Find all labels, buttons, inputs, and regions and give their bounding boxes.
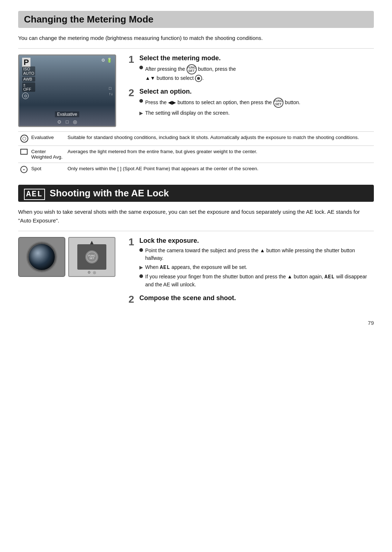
ae-step1: 1 Lock the exposure. Point the camera to… [128,237,374,290]
camera-lens-view [18,237,65,277]
options-table: Evaluative Suitable for standard shootin… [18,131,374,176]
section2-steps: 1 Lock the exposure. Point the camera to… [128,237,374,309]
hud-metering-icon: ⊙ [22,93,29,99]
step2-bullet2-text: The setting will display on the screen. [145,109,230,117]
ae-step1-heading: Lock the exposure. [139,237,374,245]
section1-title: Changing the Metering Mode [24,14,368,25]
spot-icon [20,166,28,173]
ae-step2: 2 Compose the scene and shoot. [128,294,374,304]
step2-bullet1: Press the ◀▶ buttons to select an option… [139,98,300,108]
bullet-circle-icon [139,66,143,69]
table-row-center: CenterWeighted Avg. Averages the light m… [18,146,374,163]
camera-screen-area: P ⚙ 🔋 ISOAUTO AWB ±OFF ⊙ □ [18,54,120,127]
cam-back-bottom-icons: ⚙ ◎ [87,270,96,274]
section2-header: AEL Shooting with the AE Lock [18,185,374,202]
evaluative-mode-icon [195,75,202,82]
center-label-cell: CenterWeighted Avg. [29,146,65,163]
table-row-spot: Spot Only meters within the [ ] (Spot AE… [18,163,374,176]
step1-bullet1: After pressing the FUNCSET button, press… [139,64,236,82]
step2-bullet1-text: Press the ◀▶ buttons to select an option… [145,98,300,108]
section2-intro: When you wish to take several shots with… [18,208,374,225]
ae-step1-bullet2-text: When AEL appears, the exposure will be s… [145,263,247,271]
hud-p-label: P [22,58,30,67]
camera-screen-inner: P ⚙ 🔋 ISOAUTO AWB ±OFF ⊙ □ [19,56,115,126]
ae-arrow-icon1: ▶ [139,264,143,271]
ae-step1-bullet1-text: Point the camera toward the subject and … [145,247,374,262]
ae-step1-content: Lock the exposure. Point the camera towa… [139,237,374,290]
step2-number: 2 [128,88,136,98]
hud-mode-icon: ↑↓ [109,91,113,96]
ae-step1-bullet2: ▶ When AEL appears, the exposure will be… [139,263,374,271]
ae-bullet-circle1 [139,248,143,252]
section1-content: P ⚙ 🔋 ISOAUTO AWB ±OFF ⊙ □ [18,54,374,127]
func-set-button-icon: FUNCSET [187,64,197,74]
hud-evaluative-label: Evaluative [55,111,79,117]
evaluative-icon [20,135,28,143]
spot-desc-cell: Only meters within the [ ] (Spot AE Poin… [65,163,374,176]
arrow-icon: ▶ [139,110,143,117]
ae-step1-bullets: Point the camera toward the subject and … [139,247,374,289]
bullet-circle-icon2 [139,99,143,103]
step2-bullet2: ▶ The setting will display on the screen… [139,109,300,117]
func-set-button-icon2: FUNCSET [273,98,283,108]
section1-header: Changing the Metering Mode [18,11,374,28]
section2-title: AEL Shooting with the AE Lock [24,188,368,199]
hud-settings-icon: ⚙ [101,58,105,63]
center-symbol-cell [18,146,29,163]
ae-bullet-circle2 [139,274,143,278]
lens-circle [27,242,56,271]
ae-step1-bullet3-text: If you release your finger from the shut… [145,273,374,289]
cam-icon-2: ◎ [93,270,96,274]
page-number: 79 [18,320,374,326]
ael-label: AEL [24,189,45,200]
step2-heading: Select an option. [139,88,300,95]
cam-back-inner: FUNCSET [77,244,106,270]
hud-battery-icon: 🔋 [107,58,112,63]
hud-bottom-icons: ⊙ □ ◎ [57,119,77,124]
hud-flash-icon: □ [109,86,113,90]
section1: Changing the Metering Mode You can chang… [18,11,374,176]
section2: AEL Shooting with the AE Lock When you w… [18,185,374,309]
evaluative-label-cell: Evaluative [29,132,65,146]
table-row-evaluative: Evaluative Suitable for standard shootin… [18,132,374,146]
divider2 [18,231,374,231]
hud-spot-icon: ◎ [73,119,77,124]
camera-back-view: ▲ FUNCSET ⚙ ◎ [68,237,115,277]
ae-lock-cameras: ▲ FUNCSET ⚙ ◎ [18,237,120,309]
section1-steps: 1 Select the metering mode. After pressi… [128,54,374,127]
hud-iso-icon: ISOAUTO [22,66,35,76]
ae-step1-bullet1: Point the camera toward the subject and … [139,247,374,262]
hud-top-icons: ⚙ 🔋 [101,58,112,63]
camera-screen: P ⚙ 🔋 ISOAUTO AWB ±OFF ⊙ □ [18,54,116,127]
step1-bullets: After pressing the FUNCSET button, press… [139,64,236,82]
func-set-dial-inner: FUNCSET [86,252,97,262]
ae-cameras-container: ▲ FUNCSET ⚙ ◎ [18,237,120,277]
section1-intro: You can change the metering mode (bright… [18,34,374,42]
cam-icon-1: ⚙ [87,270,91,274]
step1-heading: Select the metering mode. [139,54,236,62]
evaluative-desc-cell: Suitable for standard shooting condition… [65,132,374,146]
spot-label-cell: Spot [29,163,65,176]
step2-content: Select an option. Press the ◀▶ buttons t… [139,88,300,118]
ae-step1-number: 1 [128,237,136,247]
hud-wb-icon: AWB [22,77,35,82]
spot-symbol-cell [18,163,29,176]
center-desc-cell: Averages the light metered from the enti… [65,146,374,163]
hud-exp-icon: ±OFF [22,82,35,92]
step2-bullets: Press the ◀▶ buttons to select an option… [139,98,300,117]
evaluative-symbol-cell [18,132,29,146]
hud-center-icon: □ [66,119,69,124]
hud-left-icons: ISOAUTO AWB ±OFF ⊙ [22,66,35,99]
ae-step2-heading: Compose the scene and shoot. [139,294,236,302]
hud-right-icons: □ ↑↓ [109,86,113,96]
center-icon [20,149,28,155]
step1-bullet1-text: After pressing the FUNCSET button, press… [145,64,236,82]
ae-step1-bullet3: If you release your finger from the shut… [139,273,374,289]
step1-number: 1 [128,54,136,65]
hud-evaluative-icon: ⊙ [57,119,61,124]
section2-title-text: Shooting with the AE Lock [50,188,169,199]
ae-step2-content: Compose the scene and shoot. [139,294,236,304]
divider1 [18,48,374,49]
step2: 2 Select an option. Press the ◀▶ buttons… [128,88,374,118]
step1-content: Select the metering mode. After pressing… [139,54,236,83]
